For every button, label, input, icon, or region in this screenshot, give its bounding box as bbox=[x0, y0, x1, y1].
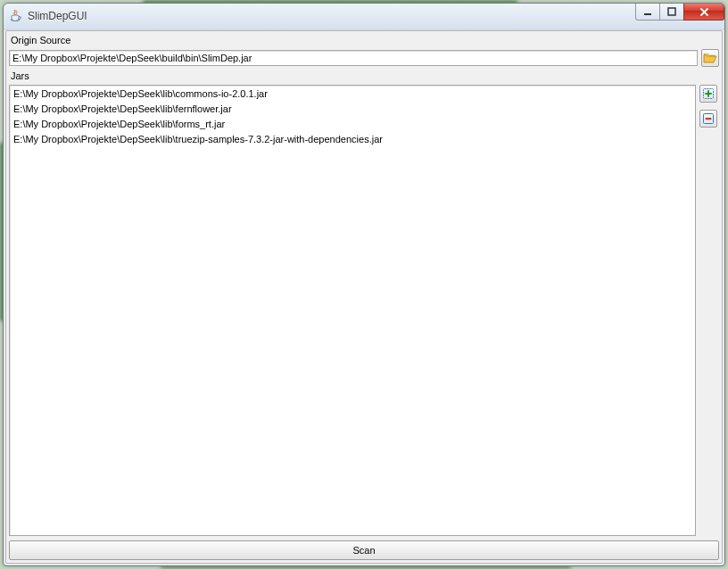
list-item[interactable]: E:\My Dropbox\Projekte\DepSeek\lib\fernf… bbox=[10, 102, 695, 117]
titlebar[interactable]: SlimDepGUI bbox=[4, 4, 724, 29]
svg-rect-1 bbox=[644, 13, 651, 15]
scan-button[interactable]: Scan bbox=[9, 540, 719, 560]
window-title: SlimDepGUI bbox=[28, 10, 87, 22]
client-area: Origin Source Jars E:\My Dropbox\Projekt… bbox=[5, 30, 723, 564]
add-jar-button[interactable] bbox=[699, 85, 717, 103]
scan-button-label: Scan bbox=[352, 545, 375, 556]
browse-button[interactable] bbox=[701, 49, 719, 67]
remove-icon bbox=[702, 112, 715, 125]
list-item[interactable]: E:\My Dropbox\Projekte\DepSeek\lib\commo… bbox=[10, 87, 695, 102]
origin-source-input[interactable] bbox=[9, 50, 698, 66]
jars-side-buttons bbox=[699, 85, 719, 536]
add-icon bbox=[702, 87, 715, 100]
minimize-button[interactable] bbox=[635, 4, 660, 21]
folder-open-icon bbox=[703, 52, 717, 64]
remove-jar-button[interactable] bbox=[699, 110, 717, 128]
origin-source-label: Origin Source bbox=[9, 34, 719, 46]
origin-source-row bbox=[9, 49, 719, 67]
maximize-button[interactable] bbox=[659, 4, 684, 21]
list-item[interactable]: E:\My Dropbox\Projekte\DepSeek\lib\truez… bbox=[10, 132, 695, 147]
jars-listbox[interactable]: E:\My Dropbox\Projekte\DepSeek\lib\commo… bbox=[9, 85, 696, 536]
window-controls bbox=[636, 4, 724, 21]
close-icon bbox=[699, 7, 709, 17]
jars-label: Jars bbox=[9, 70, 719, 82]
svg-rect-2 bbox=[668, 8, 675, 15]
minimize-icon bbox=[643, 7, 652, 16]
java-cup-icon bbox=[9, 9, 23, 23]
svg-rect-5 bbox=[706, 118, 712, 120]
jars-row: E:\My Dropbox\Projekte\DepSeek\lib\commo… bbox=[9, 85, 719, 536]
close-button[interactable] bbox=[683, 4, 724, 21]
list-item[interactable]: E:\My Dropbox\Projekte\DepSeek\lib\forms… bbox=[10, 117, 695, 132]
maximize-icon bbox=[667, 7, 676, 16]
app-window: SlimDepGUI Origin Source bbox=[3, 3, 725, 566]
